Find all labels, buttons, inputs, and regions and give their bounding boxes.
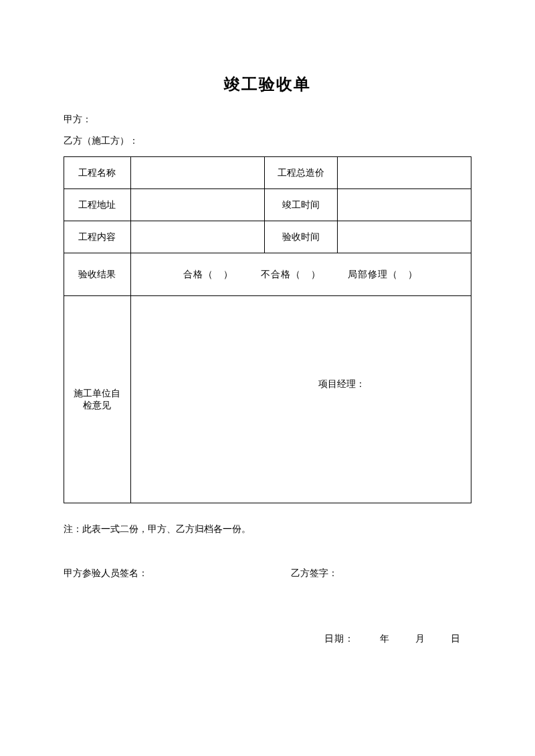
completion-time-value[interactable] [338,189,471,221]
date-month: 月 [415,634,425,644]
footnote: 注：此表一式二份，甲方、乙方归档各一份。 [64,523,471,535]
date-label: 日期： [324,634,354,644]
self-check-opinion-label: 施工单位自检意见 [64,296,131,503]
option-qualified[interactable]: 合格（ ） [183,269,233,279]
project-content-label: 工程内容 [64,221,131,253]
party-b-label: 乙方（施工方）： [64,135,471,147]
project-manager-label: 项目经理： [318,378,365,390]
acceptance-time-label: 验收时间 [264,221,338,253]
table-row: 工程地址 竣工时间 [64,189,471,221]
date-year: 年 [380,634,390,644]
table-row: 工程名称 工程总造价 [64,157,471,189]
acceptance-table: 工程名称 工程总造价 工程地址 竣工时间 工程内容 验收时间 验收结果 合格（ … [64,156,471,503]
completion-time-label: 竣工时间 [264,189,338,221]
acceptance-time-value[interactable] [338,221,471,253]
project-address-label: 工程地址 [64,189,131,221]
option-unqualified[interactable]: 不合格（ ） [261,269,321,279]
project-name-label: 工程名称 [64,157,131,189]
project-name-value[interactable] [130,157,264,189]
acceptance-result-label: 验收结果 [64,253,131,296]
party-a-label: 甲方： [64,114,471,126]
date-day: 日 [451,634,461,644]
party-b-signature-label: 乙方签字： [291,568,338,580]
document-title: 竣工验收单 [64,74,471,95]
project-address-value[interactable] [130,189,264,221]
party-a-signature-label: 甲方参验人员签名： [64,568,291,580]
project-content-value[interactable] [130,221,264,253]
table-row: 施工单位自检意见 项目经理： [64,296,471,503]
acceptance-result-options[interactable]: 合格（ ） 不合格（ ） 局部修理（ ） [130,253,471,296]
option-partial-repair[interactable]: 局部修理（ ） [348,269,418,279]
self-check-opinion-value[interactable]: 项目经理： [130,296,471,503]
table-row: 工程内容 验收时间 [64,221,471,253]
signature-row: 甲方参验人员签名： 乙方签字： [64,568,471,580]
total-price-value[interactable] [338,157,471,189]
table-row: 验收结果 合格（ ） 不合格（ ） 局部修理（ ） [64,253,471,296]
total-price-label: 工程总造价 [264,157,338,189]
date-line: 日期：年月日 [64,633,471,645]
